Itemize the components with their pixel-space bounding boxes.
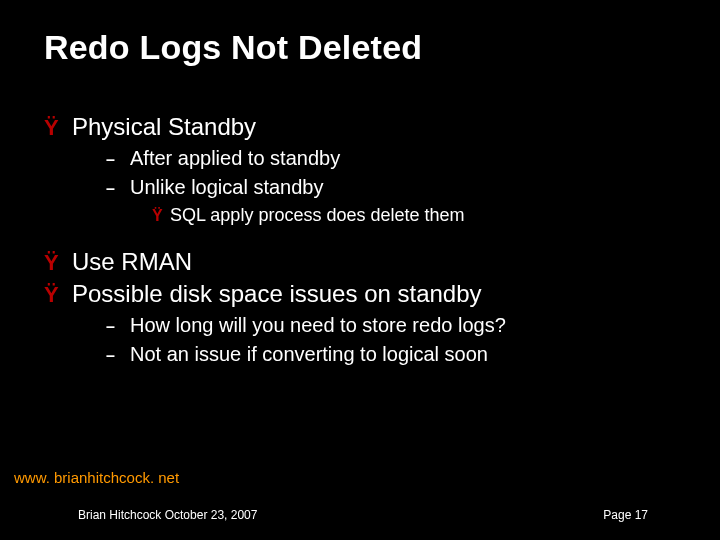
bullet-text: Not an issue if converting to logical so… [130, 343, 488, 366]
bullet-level2: – Unlike logical standby [44, 176, 680, 199]
dash-marker-icon: – [106, 347, 130, 365]
bullet-text: Possible disk space issues on standby [72, 280, 482, 308]
bullet-marker-icon: Ÿ [152, 207, 170, 225]
bullet-marker-icon: Ÿ [44, 284, 72, 306]
dash-marker-icon: – [106, 318, 130, 336]
bullet-level2: – Not an issue if converting to logical … [44, 343, 680, 366]
bullet-marker-icon: Ÿ [44, 117, 72, 139]
footer-author-date: Brian Hitchcock October 23, 2007 [78, 508, 257, 522]
bullet-text: Use RMAN [72, 248, 192, 276]
bullet-level2: – How long will you need to store redo l… [44, 314, 680, 337]
spacer [44, 226, 680, 244]
bullet-level3: Ÿ SQL apply process does delete them [44, 205, 680, 226]
bullet-level1: Ÿ Possible disk space issues on standby [44, 280, 680, 308]
slide: Redo Logs Not Deleted Ÿ Physical Standby… [0, 0, 720, 540]
bullet-level1: Ÿ Use RMAN [44, 248, 680, 276]
website-url: www. brianhitchcock. net [14, 469, 179, 486]
bullet-level1: Ÿ Physical Standby [44, 113, 680, 141]
slide-title: Redo Logs Not Deleted [0, 0, 720, 67]
bullet-text: SQL apply process does delete them [170, 205, 465, 226]
bullet-text: Physical Standby [72, 113, 256, 141]
bullet-text: How long will you need to store redo log… [130, 314, 506, 337]
footer-page-number: Page 17 [603, 508, 648, 522]
bullet-level2: – After applied to standby [44, 147, 680, 170]
slide-body: Ÿ Physical Standby – After applied to st… [0, 67, 720, 366]
dash-marker-icon: – [106, 180, 130, 198]
bullet-text: After applied to standby [130, 147, 340, 170]
bullet-marker-icon: Ÿ [44, 252, 72, 274]
bullet-text: Unlike logical standby [130, 176, 323, 199]
dash-marker-icon: – [106, 151, 130, 169]
